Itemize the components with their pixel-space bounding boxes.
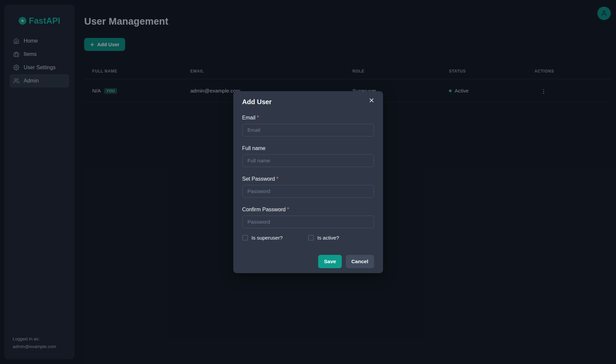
set-password-field-group: Set Password* <box>242 176 374 198</box>
set-password-field-label: Set Password* <box>242 176 374 182</box>
is-active-checkbox-group[interactable]: Is active? <box>308 235 374 241</box>
email-field[interactable] <box>242 124 374 136</box>
confirm-password-field[interactable] <box>242 216 374 228</box>
required-marker: * <box>287 207 289 212</box>
modal-title: Add User <box>242 98 374 106</box>
modal-checkbox-row: Is superuser? Is active? <box>242 235 374 241</box>
is-active-checkbox[interactable] <box>308 235 314 241</box>
save-button[interactable]: Save <box>318 255 341 268</box>
close-icon[interactable] <box>367 96 376 105</box>
email-field-group: Email* <box>242 115 374 136</box>
full-name-field-label: Full name <box>242 145 374 151</box>
required-marker: * <box>257 115 259 120</box>
required-marker: * <box>276 176 278 182</box>
modal-actions: Save Cancel <box>242 255 374 268</box>
full-name-field[interactable] <box>242 154 374 167</box>
is-superuser-checkbox[interactable] <box>242 235 248 241</box>
set-password-field[interactable] <box>242 185 374 198</box>
email-field-label: Email* <box>242 115 374 121</box>
modal-layer: Add User Email* Full name Set Password* … <box>0 0 616 364</box>
add-user-modal: Add User Email* Full name Set Password* … <box>233 91 383 273</box>
is-active-label: Is active? <box>317 235 339 241</box>
cancel-button[interactable]: Cancel <box>346 255 374 268</box>
confirm-password-field-group: Confirm Password* <box>242 207 374 228</box>
is-superuser-checkbox-group[interactable]: Is superuser? <box>242 235 308 241</box>
confirm-password-field-label: Confirm Password* <box>242 207 374 213</box>
full-name-field-group: Full name <box>242 145 374 167</box>
is-superuser-label: Is superuser? <box>252 235 283 241</box>
